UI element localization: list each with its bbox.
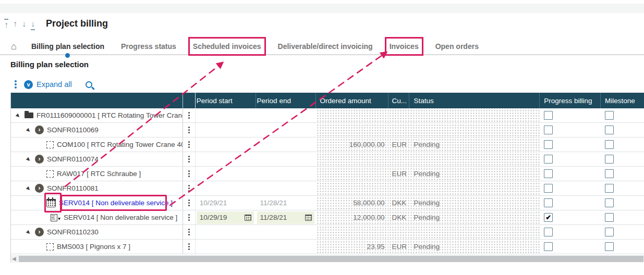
milestone-checkbox[interactable] [605,169,614,178]
dashed-box-icon [46,141,54,148]
cell-progress-billing [540,138,601,152]
progress-billing-checkbox[interactable] [544,155,553,164]
tab-progress-status[interactable]: Progress status [121,42,176,51]
row-actions-kebab-icon[interactable] [188,214,190,221]
progress-billing-checkbox[interactable] [544,126,553,134]
cell-tree[interactable]: ▶›SONFR0110081 [11,181,183,195]
row-actions-kebab-icon[interactable] [188,170,190,177]
row-actions-kebab-icon[interactable] [188,127,190,133]
horizontal-scrollbar[interactable]: ◀ [11,255,644,262]
period-start-field[interactable]: 10/29/19 [197,211,254,224]
cell-tree[interactable]: ▶FR0111609000001 [ RTC Rotating Tower Cr… [11,108,183,122]
cell-tree[interactable]: ▶›SONFR0110074 [11,152,183,166]
active-tab-indicator [65,53,70,58]
milestone-checkbox[interactable] [605,213,614,222]
milestone-checkbox[interactable] [605,198,614,207]
circle-chevron-icon[interactable]: › [35,126,44,134]
tree-expand-icon[interactable]: ▶ [25,228,33,236]
progress-billing-checkbox[interactable] [544,111,553,120]
tree-expand-icon[interactable]: ▶ [25,155,33,164]
kebab-menu-icon[interactable] [15,80,17,89]
cell-status [409,108,540,122]
progress-billing-checkbox[interactable] [544,198,553,207]
folder-icon [25,113,33,118]
cell-period-start [196,152,256,166]
cell-tree[interactable]: COM100 [ RTC Rotating Tower Crane 40M ] [11,138,183,152]
calendar-picker-icon[interactable] [305,215,312,221]
cell-ordered-amount [316,167,389,181]
column-header-ordered-amount[interactable]: Ordered amount [316,93,389,108]
horizontal-scroll-thumb[interactable] [19,256,643,262]
cell-period-end [256,240,316,254]
go-last-icon[interactable]: ↓ [31,19,35,30]
doc-caret-icon[interactable]: ▾ [46,214,60,221]
cell-tree[interactable]: BMS003 [ Pignons x 7 ] [11,240,183,254]
row-actions-kebab-icon[interactable] [188,141,190,148]
cell-tree[interactable]: SERV014 [ Non deliverable service ] [11,196,183,210]
tab-billing-plan-selection[interactable]: Billing plan selection [31,42,104,51]
progress-billing-checkbox[interactable] [544,242,553,251]
milestone-checkbox[interactable] [605,111,614,120]
cell-tree[interactable]: RAW017 [ RTC Schraube ] [11,167,183,181]
tab-scheduled-invoices[interactable]: Scheduled invoices [193,42,261,51]
row-actions-kebab-icon[interactable] [188,156,190,162]
calendar-picker-icon[interactable] [245,215,251,221]
go-first-icon[interactable]: ↑ [4,19,8,30]
column-header-period-start[interactable]: Period start [196,93,256,108]
tab-deliverable-direct-invoicing[interactable]: Deliverable/direct invoicing [278,42,373,51]
row-actions-kebab-icon[interactable] [188,229,190,235]
column-header-tree[interactable] [11,93,183,108]
cell-period-end[interactable]: 11/28/21 [256,210,316,224]
circle-chevron-icon[interactable]: › [35,155,44,164]
milestone-checkbox[interactable] [605,140,614,149]
circle-chevron-icon[interactable]: › [35,228,44,236]
go-down-icon[interactable]: ↓ [22,19,26,30]
cell-tree[interactable]: ▶›SONFR0110069 [11,123,183,137]
tree-item-link[interactable]: SERV014 [ Non deliverable service ] [59,199,173,207]
column-header-progress-billing[interactable]: Progress billing [540,93,601,108]
cell-period-start[interactable]: 10/29/19 [196,210,256,224]
row-actions-kebab-icon[interactable] [188,199,190,206]
table-row: RAW017 [ RTC Schraube ]EURPending [11,167,644,181]
cell-tree[interactable]: ▶›SONFR0110230 [11,225,183,239]
row-actions-kebab-icon[interactable] [188,185,190,192]
milestone-checkbox[interactable] [605,155,614,164]
column-header-period-end[interactable]: Period end [256,93,316,108]
column-header-status[interactable]: Status [409,93,540,108]
tree-expand-icon[interactable]: ▶ [25,126,33,134]
column-header-milestone[interactable]: Milestone [601,93,644,108]
tab-invoices[interactable]: Invoices [390,42,419,51]
milestone-checkbox[interactable] [605,184,614,193]
milestone-checkbox[interactable] [605,242,614,251]
cell-currency [388,181,409,195]
row-actions-kebab-icon[interactable] [188,243,190,250]
tree-item-label: SONFR0110230 [47,228,99,236]
column-header-currency[interactable]: Cu... [388,93,409,108]
row-actions-kebab-icon[interactable] [188,112,190,119]
go-up-icon[interactable]: ↑ [13,19,17,30]
home-icon[interactable]: ⌂ [11,41,17,52]
column-header-actions[interactable] [183,93,196,108]
progress-billing-checkbox[interactable] [544,228,553,236]
progress-billing-checkbox[interactable] [544,140,553,149]
expand-all-button[interactable]: Expand all [37,80,72,89]
progress-billing-checkbox[interactable] [544,169,553,178]
progress-billing-checkbox[interactable]: ✔ [544,213,553,222]
milestone-checkbox[interactable] [605,228,614,236]
cell-tree[interactable]: ▾SERV014 [ Non deliverable service ] [11,210,183,224]
milestone-checkbox[interactable] [605,126,614,134]
cell-progress-billing [540,181,601,195]
tab-open-orders[interactable]: Open orders [435,42,479,51]
cell-status: Pending [409,167,540,181]
circle-chevron-icon[interactable]: › [35,184,44,193]
progress-billing-checkbox[interactable] [544,184,553,193]
period-end-field[interactable]: 11/28/21 [257,211,314,224]
tree-expand-icon[interactable]: ▶ [25,184,33,193]
table-row: ▾SERV014 [ Non deliverable service ]10/2… [11,210,644,225]
scroll-left-icon[interactable]: ◀ [12,256,16,261]
table-body: ▶FR0111609000001 [ RTC Rotating Tower Cr… [11,108,644,254]
expand-all-icon[interactable]: v [24,80,33,89]
tree-expand-icon[interactable]: ▶ [14,111,22,120]
search-icon[interactable] [86,81,92,88]
cell-progress-billing [540,108,601,122]
